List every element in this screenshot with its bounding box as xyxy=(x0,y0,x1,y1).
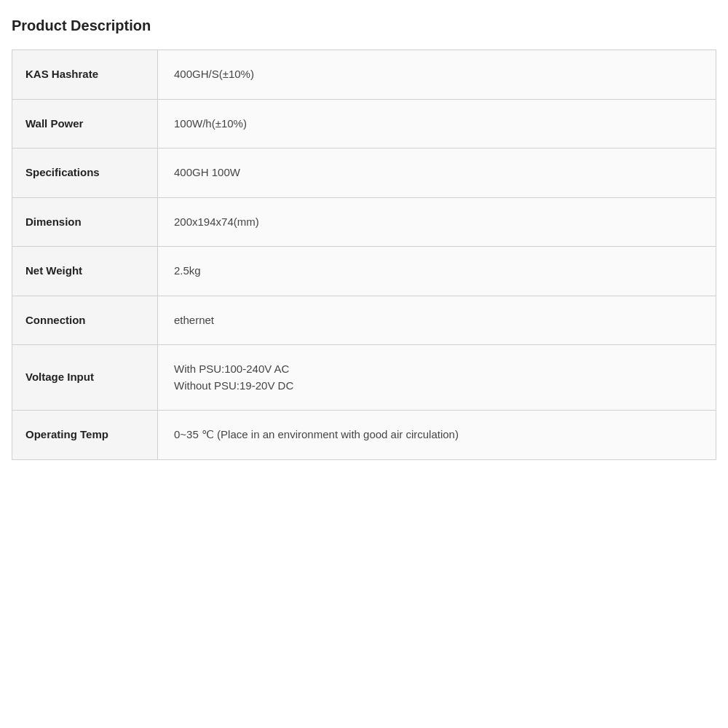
spec-label: KAS Hashrate xyxy=(12,50,158,100)
page-title: Product Description xyxy=(12,15,716,36)
spec-label: Connection xyxy=(12,296,158,345)
spec-value-line: Without PSU:19-20V DC xyxy=(174,378,700,395)
spec-value: 400GH/S(±10%) xyxy=(158,50,716,100)
spec-value: 100W/h(±10%) xyxy=(158,99,716,149)
spec-value: 200x194x74(mm) xyxy=(158,197,716,247)
spec-value: ethernet xyxy=(158,296,716,345)
spec-label: Dimension xyxy=(12,197,158,247)
spec-label: Wall Power xyxy=(12,99,158,149)
table-row: Connectionethernet xyxy=(12,296,716,345)
table-row: Dimension200x194x74(mm) xyxy=(12,197,716,247)
table-row: Wall Power100W/h(±10%) xyxy=(12,99,716,149)
table-row: Specifications400GH 100W xyxy=(12,149,716,198)
spec-label: Voltage Input xyxy=(12,345,158,411)
table-row: Net Weight2.5kg xyxy=(12,247,716,296)
spec-value: 2.5kg xyxy=(158,247,716,296)
table-row: Voltage InputWith PSU:100-240V ACWithout… xyxy=(12,345,716,411)
spec-value: 400GH 100W xyxy=(158,149,716,198)
spec-table: KAS Hashrate400GH/S(±10%)Wall Power100W/… xyxy=(12,50,716,460)
table-row: Operating Temp0~35 ℃ (Place in an enviro… xyxy=(12,411,716,460)
spec-value-line: With PSU:100-240V AC xyxy=(174,361,700,378)
spec-label: Net Weight xyxy=(12,247,158,296)
spec-value: 0~35 ℃ (Place in an environment with goo… xyxy=(158,411,716,460)
spec-label: Specifications xyxy=(12,149,158,198)
spec-label: Operating Temp xyxy=(12,411,158,460)
spec-value: With PSU:100-240V ACWithout PSU:19-20V D… xyxy=(158,345,716,411)
table-row: KAS Hashrate400GH/S(±10%) xyxy=(12,50,716,100)
